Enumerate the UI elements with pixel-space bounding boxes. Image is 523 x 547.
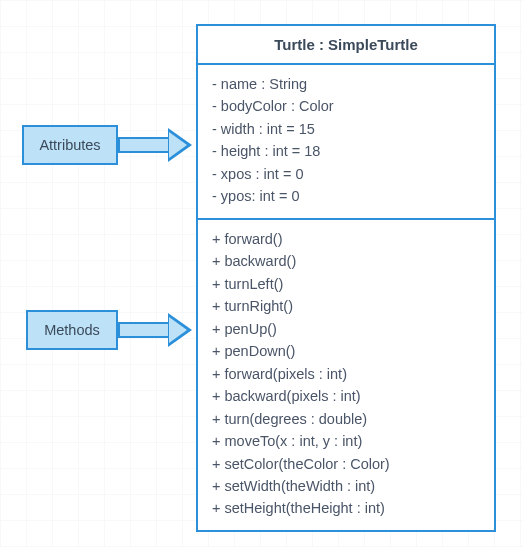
uml-method-row: + turn(degrees : double) [212,408,480,430]
uml-method-row: + forward() [212,228,480,250]
attributes-label-box: Attributes [22,125,118,165]
uml-attribute-row: - name : String [212,73,480,95]
methods-label-text: Methods [44,322,100,338]
uml-method-row: + backward() [212,250,480,272]
uml-method-row: + setColor(theColor : Color) [212,453,480,475]
uml-attribute-row: - width : int = 15 [212,118,480,140]
uml-attribute-row: - ypos: int = 0 [212,185,480,207]
uml-method-row: + turnLeft() [212,273,480,295]
methods-arrow-icon [118,313,192,347]
uml-method-row: + setHeight(theHeight : int) [212,497,480,519]
uml-attribute-row: - xpos : int = 0 [212,163,480,185]
uml-method-row: + penDown() [212,340,480,362]
uml-attribute-row: - bodyColor : Color [212,95,480,117]
uml-methods-section: + forward()+ backward()+ turnLeft()+ tur… [198,218,494,530]
uml-method-row: + forward(pixels : int) [212,363,480,385]
uml-attribute-row: - height : int = 18 [212,140,480,162]
methods-label-box: Methods [26,310,118,350]
attributes-label-text: Attributes [39,137,100,153]
uml-class-box: Turtle : SimpleTurtle - name : String- b… [196,24,496,532]
uml-method-row: + penUp() [212,318,480,340]
uml-method-row: + backward(pixels : int) [212,385,480,407]
uml-class-header: Turtle : SimpleTurtle [198,26,494,65]
uml-method-row: + moveTo(x : int, y : int) [212,430,480,452]
attributes-arrow-icon [118,128,192,162]
uml-method-row: + setWidth(theWidth : int) [212,475,480,497]
uml-attributes-section: - name : String- bodyColor : Color- widt… [198,65,494,218]
uml-method-row: + turnRight() [212,295,480,317]
